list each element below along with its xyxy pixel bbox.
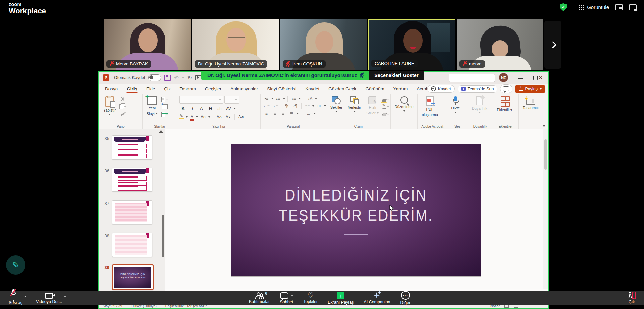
minimize-video-panel-icon[interactable]: [615, 4, 623, 10]
justify-button[interactable]: ≣: [288, 111, 295, 116]
window-close-button[interactable]: ✕: [533, 72, 548, 84]
decrease-indent-button[interactable]: ←≡: [263, 103, 270, 109]
create-pdf-button[interactable]: PDF oluşturma: [420, 96, 439, 117]
undo-icon[interactable]: ↶: [174, 75, 178, 81]
stop-video-button[interactable]: Videoyu Dur...: [36, 291, 62, 305]
tab-slayt-gosterisi[interactable]: Slayt Gösterisi: [267, 85, 297, 93]
paragraph-dialog-launcher[interactable]: [322, 125, 325, 128]
audio-options-caret[interactable]: [24, 296, 26, 297]
increase-indent-button[interactable]: →≡: [271, 103, 278, 109]
ltr-button[interactable]: ¶›: [283, 103, 290, 109]
tab-gozden-gecir[interactable]: Gözden Geçir: [328, 85, 357, 93]
font-color-icon[interactable]: A: [189, 114, 195, 119]
participants-button[interactable]: 6 Katılımcılar: [249, 291, 270, 305]
format-painter-button[interactable]: [119, 112, 126, 117]
chat-options-caret[interactable]: [291, 295, 293, 296]
character-spacing-button[interactable]: AV: [225, 105, 232, 112]
record-button[interactable]: Kaydet: [427, 85, 455, 93]
shape-fill-button[interactable]: [382, 97, 389, 102]
tab-ciz[interactable]: Çiz: [164, 85, 171, 93]
clear-formatting-button[interactable]: A⌀: [237, 114, 245, 120]
italic-button[interactable]: T: [189, 105, 196, 112]
share-button[interactable]: Paylaş: [515, 85, 545, 93]
align-left-button[interactable]: ≡: [263, 111, 270, 116]
font-size-select[interactable]: [224, 96, 239, 104]
show-options-button[interactable]: Seçenekleri Göster: [369, 71, 424, 80]
annotation-pencil-button[interactable]: ✎: [6, 255, 25, 275]
thumbnail-entry[interactable]: 35: [99, 135, 152, 160]
thumbnails-scrollbar[interactable]: [162, 215, 164, 257]
undo-dropdown-caret[interactable]: [182, 77, 184, 78]
view-button[interactable]: Görüntüle: [579, 4, 609, 10]
save-icon[interactable]: [164, 75, 171, 81]
video-tile[interactable]: Merve BAYRAK: [104, 19, 191, 70]
dictate-button[interactable]: Dikte: [449, 96, 461, 114]
slide-36-thumbnail[interactable]: [112, 168, 152, 192]
popout-video-panel-icon[interactable]: [629, 4, 637, 10]
numbering-button[interactable]: 1≡: [275, 96, 282, 102]
editing-button[interactable]: Düzenleme: [393, 96, 415, 112]
tab-animasyonlar[interactable]: Animasyonlar: [230, 85, 258, 93]
video-tile[interactable]: İrem COŞKUN: [280, 19, 367, 70]
shapes-button[interactable]: Şekiller: [329, 96, 344, 113]
more-button[interactable]: ··· Diğer: [400, 291, 411, 305]
rtl-button[interactable]: ‹¶: [292, 103, 299, 109]
tab-kaydet[interactable]: Kaydet: [305, 85, 320, 93]
reset-slide-button[interactable]: [161, 104, 168, 109]
ai-companion-button[interactable]: AI Companion: [364, 291, 390, 305]
slide-35-thumbnail[interactable]: [112, 135, 152, 160]
comments-button[interactable]: [500, 84, 512, 93]
arrange-button[interactable]: Yerleştir: [346, 96, 363, 113]
character-spacing-caret[interactable]: [234, 108, 236, 109]
thumbnail-entry[interactable]: 37: [99, 200, 152, 224]
thumbnails-scroll-up-icon[interactable]: [159, 130, 163, 133]
font-family-select[interactable]: [179, 96, 223, 104]
share-screen-button[interactable]: ↑ Ekranı Paylaş: [328, 291, 354, 305]
thumbnail-entry[interactable]: 38: [99, 233, 152, 257]
tab-giris[interactable]: Giriş: [126, 85, 138, 93]
redo-icon[interactable]: ↻: [187, 75, 192, 81]
align-text-button[interactable]: ⊞: [316, 103, 323, 109]
align-right-button[interactable]: ≡: [280, 111, 287, 116]
paste-button[interactable]: Yapıştır: [102, 96, 117, 116]
align-center-button[interactable]: ≡: [271, 111, 278, 116]
section-button[interactable]: [161, 112, 168, 117]
security-shield-icon[interactable]: ✓: [560, 3, 567, 11]
present-in-teams-button[interactable]: T Teams'de Sun: [458, 85, 498, 93]
line-spacing-button[interactable]: ↕≡: [290, 96, 297, 102]
reactions-button[interactable]: ♡ Tepkiler: [303, 291, 318, 305]
autosave-toggle[interactable]: [148, 74, 161, 81]
chat-button[interactable]: ··· Sohbet: [280, 291, 293, 305]
video-tile[interactable]: merve: [457, 19, 544, 70]
tab-gecisler[interactable]: Geçişler: [205, 85, 222, 93]
thumbnail-entry[interactable]: 39 DİNLEDİĞİNİZ İÇİN TEŞEKKÜR EDERİM.: [99, 264, 154, 290]
designer-button[interactable]: Tasarımcı: [521, 96, 540, 111]
tab-dosya[interactable]: Dosya: [105, 85, 118, 93]
copy-button[interactable]: [119, 104, 126, 109]
slide-38-thumbnail[interactable]: [112, 233, 152, 257]
cut-button[interactable]: [119, 97, 126, 102]
video-tile-active-speaker[interactable]: CAROLINE LAURE: [368, 19, 455, 70]
canvas-scrollbar[interactable]: [543, 129, 548, 289]
underline-button[interactable]: A: [198, 105, 205, 112]
columns-button[interactable]: ≡≡: [304, 103, 311, 109]
shape-outline-button[interactable]: [382, 104, 389, 109]
smartart-convert-button[interactable]: ▱: [305, 111, 312, 116]
bullets-button[interactable]: •≡: [263, 96, 270, 102]
strikethrough-button[interactable]: S: [207, 105, 214, 112]
addins-button[interactable]: Eklentiler: [495, 96, 514, 113]
eraser-button[interactable]: [382, 112, 389, 117]
unmute-button[interactable]: Sesi aç: [9, 291, 22, 305]
bold-button[interactable]: K: [179, 105, 187, 112]
thumbnail-entry[interactable]: 36: [99, 168, 152, 192]
sensitivity-button[interactable]: Duyarlılık: [470, 96, 489, 114]
font-dialog-launcher[interactable]: [256, 125, 259, 128]
current-slide[interactable]: DİNLEDİĞİNİZ İÇİN TEŞEKKÜR EDERİM.: [231, 144, 481, 277]
slide-39-thumbnail-selected[interactable]: DİNLEDİĞİNİZ İÇİN TEŞEKKÜR EDERİM.: [112, 264, 154, 290]
tab-ekle[interactable]: Ekle: [146, 85, 155, 93]
decrease-font-button[interactable]: A˅: [224, 114, 232, 120]
tab-gorunum[interactable]: Görünüm: [365, 85, 384, 93]
subscript-button[interactable]: ab: [216, 105, 223, 112]
video-tile[interactable]: Dr. Öğr. Üyesi Nerma ZAİMOVİC: [192, 19, 279, 70]
next-participants-page-button[interactable]: [544, 21, 561, 69]
